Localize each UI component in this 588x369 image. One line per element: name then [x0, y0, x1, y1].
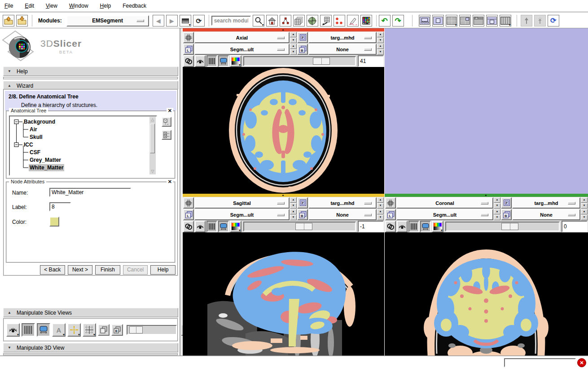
coronal-color-bar[interactable]: ▲ — [385, 194, 588, 197]
background-layer-icon[interactable]: B — [501, 209, 512, 220]
label-spinner[interactable]: ▲▼ — [290, 209, 297, 220]
tree-expand-all-button[interactable] — [162, 130, 171, 140]
menu-feedback[interactable]: Feedback — [123, 3, 146, 9]
foreground-spinner[interactable]: ▲▼ — [581, 197, 588, 209]
slider-handle[interactable] — [295, 223, 312, 230]
slice-visibility-eye-icon[interactable] — [195, 55, 206, 67]
slider-handle[interactable] — [129, 326, 143, 333]
link-icon[interactable] — [385, 221, 396, 232]
help-section-header[interactable]: ▼ Help — [3, 67, 178, 76]
axial-orientation-dropdown[interactable]: Axial — [194, 32, 290, 43]
colormap-icon[interactable]: ▾ — [230, 221, 241, 232]
menu-window[interactable]: Window — [69, 3, 88, 9]
crop-volume-button[interactable] — [320, 15, 332, 27]
coronal-slice-offset-field[interactable] — [562, 221, 588, 232]
sagittal-slice-offset-field[interactable] — [358, 221, 384, 232]
view-3d-section-header[interactable]: ▼ Manipulate 3D View — [3, 343, 178, 352]
undo-button[interactable]: ↶ — [379, 15, 391, 27]
axial-foreground-dropdown[interactable]: targ...mhd — [308, 32, 377, 43]
sagittal-slice-slider[interactable] — [243, 222, 356, 231]
status-message-field[interactable] — [504, 358, 576, 367]
sagittal-slice-image[interactable] — [183, 232, 384, 356]
module-history-button[interactable]: ▾ — [180, 15, 191, 27]
label-layer-icon[interactable]: L — [385, 209, 396, 220]
tree-item-air[interactable]: Air — [30, 126, 37, 133]
sagittal-color-bar[interactable]: ▲ — [183, 194, 384, 197]
tree-scrollbar[interactable]: △ ▽ — [149, 117, 156, 174]
module-prev-button[interactable]: ◀ — [153, 15, 164, 27]
scroll-up-icon[interactable]: △ — [149, 117, 156, 123]
scene-snapshot-select-button[interactable]: ⟳ — [548, 15, 559, 27]
foreground-layer-icon[interactable]: F — [297, 32, 308, 43]
tree-collapse-all-button[interactable] — [162, 117, 171, 127]
models-hierarchy-button[interactable] — [280, 15, 291, 27]
layout-conventional-button[interactable] — [419, 15, 430, 27]
menu-edit[interactable]: Edit — [25, 3, 34, 9]
finish-button[interactable]: Finish — [95, 265, 120, 275]
modules-dropdown[interactable]: EMSegment — [66, 15, 149, 27]
fg-opacity-slider[interactable] — [127, 325, 177, 335]
layout-slice-only-button[interactable]: ▾ — [446, 15, 457, 27]
slice-visibility-eye-icon[interactable] — [397, 221, 408, 232]
orientation-spinner[interactable]: ▲▼ — [290, 197, 297, 209]
label-opacity-grid-icon[interactable] — [206, 55, 217, 67]
background-spinner[interactable]: ▲▼ — [377, 44, 384, 55]
coronal-slice-slider[interactable] — [445, 222, 560, 231]
scene-snapshot-button[interactable] — [534, 15, 546, 27]
home-module-button[interactable] — [266, 15, 278, 27]
foreground-layer-icon[interactable]: F — [297, 197, 308, 209]
axial-label-dropdown[interactable]: Segm...ult — [194, 44, 290, 55]
background-spinner[interactable]: ▲▼ — [581, 209, 588, 220]
save-scene-button[interactable] — [16, 15, 28, 27]
coronal-orientation-dropdown[interactable]: Coronal — [396, 197, 493, 209]
compare-fg-button[interactable] — [98, 324, 110, 336]
slice-monitor-icon[interactable] — [218, 221, 229, 232]
slice-monitor-icon[interactable] — [420, 221, 431, 232]
editor-module-button[interactable] — [347, 15, 359, 27]
axial-slice-image[interactable] — [183, 67, 384, 194]
sagittal-foreground-dropdown[interactable]: targ...mhd — [308, 197, 377, 209]
module-refresh-button[interactable]: ⟳ — [193, 15, 205, 27]
tree-item-csf[interactable]: CSF — [30, 149, 40, 156]
label-opacity-grid-icon[interactable] — [206, 221, 217, 232]
compare-bg-button[interactable]: B — [111, 324, 123, 336]
background-spinner[interactable]: ▲▼ — [377, 209, 384, 220]
layout-tabbed-3d-button[interactable] — [473, 15, 484, 27]
redo-button[interactable]: ↷ — [392, 15, 404, 27]
label-opacity-button[interactable] — [22, 323, 35, 337]
tree-item-skull[interactable]: Skull — [30, 133, 43, 141]
slice-orientation-icon[interactable] — [385, 197, 396, 209]
sagittal-background-dropdown[interactable]: None — [308, 209, 377, 220]
axial-slice-offset-field[interactable] — [358, 55, 384, 67]
link-icon[interactable] — [183, 55, 194, 67]
label-spinner[interactable]: ▲▼ — [494, 209, 500, 220]
tree-item-white-matter[interactable]: White_Matter — [29, 164, 64, 171]
volumes-module-button[interactable] — [293, 15, 305, 27]
layout-tabbed-slice-button[interactable] — [486, 15, 498, 27]
menu-view[interactable]: View — [46, 3, 57, 9]
slice-grid-button[interactable]: ▾ — [83, 323, 96, 337]
tree-item-icc[interactable]: ICC — [24, 141, 33, 148]
orientation-spinner[interactable]: ▲▼ — [290, 32, 297, 43]
colormap-icon[interactable]: ▾ — [432, 221, 443, 232]
sagittal-orientation-dropdown[interactable]: Sagittal — [194, 197, 290, 209]
back-button[interactable]: < Back — [40, 265, 65, 275]
label-layer-icon[interactable]: L — [183, 209, 194, 220]
menu-file[interactable]: File — [4, 3, 13, 9]
slice-orientation-icon[interactable] — [183, 197, 194, 209]
foreground-spinner[interactable]: ▲▼ — [377, 32, 384, 43]
scrollbar-thumb[interactable] — [150, 124, 155, 153]
slider-handle[interactable] — [313, 58, 330, 65]
coronal-slice-image[interactable] — [385, 232, 588, 356]
foreground-spinner[interactable]: ▲▼ — [377, 197, 384, 209]
help-button[interactable]: Help — [150, 265, 176, 275]
layout-compare-button[interactable]: ▾ — [500, 15, 511, 27]
colors-module-button[interactable] — [360, 15, 372, 27]
coronal-background-dropdown[interactable]: None — [512, 209, 580, 220]
close-icon[interactable]: ✕ — [167, 108, 173, 114]
colormap-icon[interactable]: ▾ — [230, 55, 241, 67]
module-next-button[interactable]: ▶ — [166, 15, 178, 27]
tree-item-background[interactable]: Background — [24, 118, 55, 125]
screenshot-button[interactable] — [521, 15, 532, 27]
axial-slice-slider[interactable] — [243, 56, 356, 66]
